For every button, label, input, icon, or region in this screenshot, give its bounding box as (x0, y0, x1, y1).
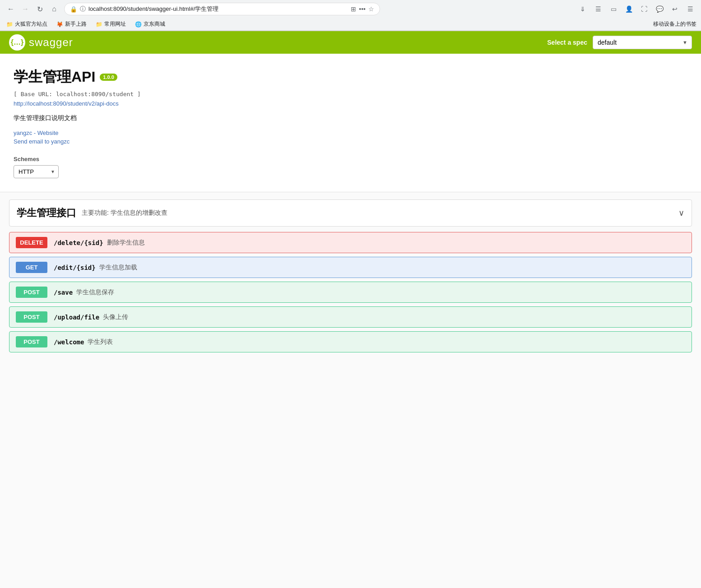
library-icon[interactable]: ☰ (592, 3, 604, 15)
schemes-label: Schemes (14, 156, 687, 162)
method-badge-post-save: POST (16, 287, 47, 298)
info-icon: ⓘ (80, 5, 86, 13)
swagger-header: {…} swagger Select a spec default (0, 31, 701, 54)
api-section: 学生管理接口 主要功能: 学生信息的增删改查 ∨ DELETE /delete/… (0, 192, 701, 363)
section-title: 学生管理接口 (17, 206, 76, 220)
toolbar-right: ⇓ ☰ ▭ 👤 ⛶ 💬 ↩ ☰ (576, 3, 696, 15)
endpoint-post-upload[interactable]: POST /upload/file 头像上传 (9, 306, 692, 328)
bookmark-label: 常用网址 (104, 20, 126, 28)
nav-buttons: ← → ↻ ⌂ (5, 3, 60, 15)
account-icon[interactable]: 👤 (622, 3, 635, 15)
undo-icon[interactable]: ↩ (669, 3, 681, 15)
reload-button[interactable]: ↻ (33, 3, 46, 15)
bookmark-label: 火狐官方站点 (15, 20, 47, 28)
endpoint-path-post-welcome: /welcome (54, 338, 84, 346)
endpoint-get[interactable]: GET /edit/{sid} 学生信息加载 (9, 257, 692, 278)
info-block: 学生管理API 1.0.0 [ Base URL: localhost:8090… (0, 54, 701, 192)
extensions-icon[interactable]: ⛶ (638, 3, 650, 15)
contact-website-link[interactable]: yangzc - Website (14, 130, 687, 136)
section-chevron: ∨ (678, 208, 684, 218)
address-text: localhost:8090/student/swagger-ui.html#/… (88, 5, 348, 13)
bookmark-newuser[interactable]: 🦊 新手上路 (55, 19, 88, 29)
endpoint-path-post-upload: /upload/file (54, 314, 99, 321)
lock-icon: 🔒 (70, 6, 77, 13)
bookmark-label: 京东商城 (144, 20, 165, 28)
section-header[interactable]: 学生管理接口 主要功能: 学生信息的增删改查 ∨ (9, 199, 692, 227)
forward-button[interactable]: → (19, 3, 32, 15)
method-badge-post-upload: POST (16, 311, 47, 323)
endpoint-path-delete: /delete/{sid} (54, 239, 103, 246)
endpoint-post-save[interactable]: POST /save 学生信息保存 (9, 282, 692, 303)
swagger-logo-icon: {…} (9, 34, 25, 51)
method-badge-delete: DELETE (16, 237, 47, 248)
more-icon[interactable]: ••• (359, 5, 366, 13)
home-button[interactable]: ⌂ (48, 3, 60, 15)
browser-chrome: ← → ↻ ⌂ 🔒 ⓘ localhost:8090/student/swagg… (0, 0, 701, 31)
spec-select[interactable]: default (593, 36, 692, 49)
schemes-select[interactable]: HTTP (14, 165, 59, 178)
star-icon[interactable]: ☆ (368, 5, 374, 13)
bookmark-common[interactable]: 📁 常用网址 (94, 19, 128, 29)
section-subtitle: 主要功能: 学生信息的增删改查 (82, 209, 167, 217)
endpoint-desc-get: 学生信息加载 (99, 264, 137, 272)
globe-icon: 🌐 (135, 21, 142, 28)
api-description: 学生管理接口说明文档 (14, 114, 687, 122)
version-badge: 1.0.0 (100, 74, 117, 81)
bookmarks-bar: 📁 火狐官方站点 🦊 新手上路 📁 常用网址 🌐 京东商城 移动设备上的书签 (0, 18, 701, 31)
endpoint-path-post-save: /save (54, 289, 73, 296)
endpoint-delete[interactable]: DELETE /delete/{sid} 删除学生信息 (9, 232, 692, 253)
schemes-section: Schemes HTTP (14, 156, 687, 178)
back-button[interactable]: ← (5, 3, 17, 15)
select-spec-label: Select a spec (547, 39, 587, 46)
api-docs-link[interactable]: http://localhost:8090/student/v2/api-doc… (14, 100, 687, 107)
contact-links: yangzc - Website Send email to yangzc (14, 130, 687, 145)
mobile-bookmarks: 移动设备上的书签 (653, 20, 696, 28)
swagger-logo: {…} swagger (9, 34, 73, 51)
schemes-select-wrapper: HTTP (14, 165, 59, 178)
endpoints-list: DELETE /delete/{sid} 删除学生信息 GET /edit/{s… (9, 232, 692, 352)
bookmark-jd[interactable]: 🌐 京东商城 (133, 19, 167, 29)
qr-icon[interactable]: ⊞ (351, 5, 356, 13)
bookmark-label: 新手上路 (65, 20, 87, 28)
address-bar[interactable]: 🔒 ⓘ localhost:8090/student/swagger-ui.ht… (64, 3, 380, 15)
swagger-logo-text: swagger (29, 36, 73, 49)
endpoint-desc-delete: 删除学生信息 (107, 239, 145, 247)
spec-select-wrapper: default (593, 36, 692, 49)
endpoint-post-welcome[interactable]: POST /welcome 学生列表 (9, 331, 692, 352)
folder-icon: 📁 (6, 21, 13, 28)
download-icon[interactable]: ⇓ (576, 3, 589, 15)
window-icon[interactable]: ▭ (607, 3, 620, 15)
browser-toolbar: ← → ↻ ⌂ 🔒 ⓘ localhost:8090/student/swagg… (0, 0, 701, 18)
swagger-content: 学生管理API 1.0.0 [ Base URL: localhost:8090… (0, 54, 701, 588)
swagger-spec-selector: Select a spec default (547, 36, 692, 49)
folder-icon2: 📁 (96, 21, 102, 28)
endpoint-path-get: /edit/{sid} (54, 264, 96, 271)
swagger-ui: {…} swagger Select a spec default 学生管理AP… (0, 31, 701, 588)
method-badge-post-welcome: POST (16, 336, 47, 347)
api-title: 学生管理API (14, 67, 95, 87)
menu-icon[interactable]: ☰ (684, 3, 696, 15)
api-title-row: 学生管理API 1.0.0 (14, 67, 687, 87)
endpoint-desc-post-welcome: 学生列表 (88, 338, 113, 346)
firefox-icon: 🦊 (56, 21, 63, 28)
speech-icon[interactable]: 💬 (653, 3, 666, 15)
method-badge-get: GET (16, 262, 47, 273)
endpoint-desc-post-upload: 头像上传 (103, 313, 128, 321)
contact-email-link[interactable]: Send email to yangzc (14, 138, 687, 145)
bookmark-firefox[interactable]: 📁 火狐官方站点 (5, 19, 49, 29)
endpoint-desc-post-save: 学生信息保存 (76, 288, 114, 296)
base-url: [ Base URL: localhost:8090/student ] (14, 91, 687, 97)
